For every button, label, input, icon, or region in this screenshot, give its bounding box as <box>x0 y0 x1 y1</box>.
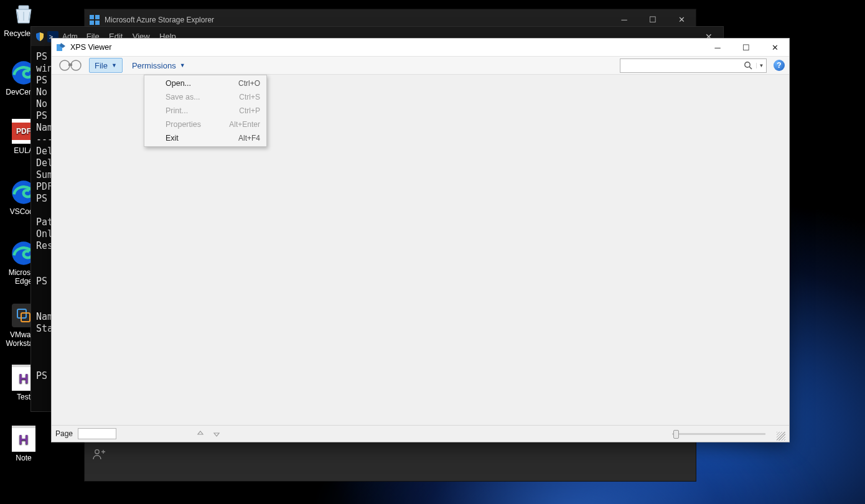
xps-minimize-button[interactable]: ─ <box>703 39 732 57</box>
svg-rect-7 <box>95 15 100 19</box>
search-input[interactable] <box>620 61 740 70</box>
shield-icon <box>35 32 45 42</box>
menu-item-shortcut: Ctrl+O <box>238 79 260 88</box>
svg-rect-8 <box>90 21 94 25</box>
xps-status-bar: Page <box>52 425 789 442</box>
desktop-icon-label: Note <box>16 454 31 462</box>
menu-item-label: Properties <box>166 120 201 129</box>
svg-point-14 <box>745 62 750 67</box>
permissions-menu-label: Permissions <box>132 61 176 70</box>
search-icon[interactable] <box>740 61 756 70</box>
menu-item-save-as: Save as... Ctrl+S <box>144 90 266 104</box>
zoom-slider-thumb[interactable] <box>673 430 679 439</box>
resize-grip[interactable] <box>777 432 785 441</box>
h-file-icon: H <box>11 426 37 452</box>
page-number-input[interactable] <box>78 428 116 439</box>
azure-app-icon <box>90 15 100 25</box>
menu-item-label: Print... <box>166 106 188 115</box>
xps-app-icon <box>55 42 67 53</box>
xps-viewer-window[interactable]: XPS Viewer ─ ☐ ✕ File ▼ Permissions ▼ ▼ … <box>51 38 790 442</box>
azure-title-text: Microsoft Azure Storage Explorer <box>105 16 214 24</box>
search-options-dropdown[interactable]: ▼ <box>756 63 766 68</box>
menu-item-open[interactable]: Open... Ctrl+O <box>144 77 266 90</box>
zoom-slider-track <box>672 433 765 435</box>
desktop-icon-note[interactable]: H Note <box>1 426 46 462</box>
svg-point-11 <box>60 60 70 70</box>
help-icon: ? <box>774 60 785 71</box>
menu-item-label: Save as... <box>166 93 200 101</box>
svg-point-10 <box>95 450 98 454</box>
file-dropdown-menu: Open... Ctrl+O Save as... Ctrl+S Print..… <box>144 75 267 147</box>
menu-item-print: Print... Ctrl+P <box>144 104 266 118</box>
svg-rect-6 <box>90 15 94 19</box>
permissions-menu-button[interactable]: Permissions ▼ <box>126 58 191 73</box>
xps-maximize-button[interactable]: ☐ <box>732 39 760 57</box>
menu-item-shortcut: Ctrl+S <box>239 93 260 101</box>
svg-line-15 <box>749 67 752 69</box>
page-label: Page <box>55 429 73 438</box>
menu-item-shortcut: Alt+Enter <box>229 120 260 129</box>
azure-account-icon[interactable] <box>85 439 113 470</box>
binoculars-icon[interactable] <box>54 58 86 72</box>
svg-rect-0 <box>19 6 29 9</box>
xps-toolbar: File ▼ Permissions ▼ ▼ ? <box>52 57 789 75</box>
menu-item-exit[interactable]: Exit Alt+F4 <box>144 131 266 145</box>
xps-close-button[interactable]: ✕ <box>760 39 789 57</box>
search-box[interactable]: ▼ <box>620 58 767 73</box>
desktop-icon-label: Test <box>17 393 30 401</box>
menu-item-properties: Properties Alt+Enter <box>144 118 266 131</box>
page-down-button[interactable] <box>211 428 222 439</box>
menu-item-shortcut: Ctrl+P <box>239 106 260 115</box>
file-menu-button[interactable]: File ▼ <box>89 58 123 73</box>
chevron-down-icon: ▼ <box>180 62 185 68</box>
recycle-bin-icon <box>11 1 37 27</box>
menu-item-label: Open... <box>166 79 191 88</box>
svg-point-12 <box>71 60 81 70</box>
svg-rect-13 <box>68 63 72 66</box>
menu-item-label: Exit <box>166 134 179 142</box>
help-button[interactable]: ? <box>772 58 787 73</box>
xps-title-text: XPS Viewer <box>70 43 111 52</box>
file-menu-label: File <box>95 61 108 70</box>
menu-item-shortcut: Alt+F4 <box>238 134 260 142</box>
zoom-slider[interactable] <box>672 428 765 439</box>
svg-rect-9 <box>95 21 100 25</box>
page-up-button[interactable] <box>195 428 206 439</box>
xps-title-bar[interactable]: XPS Viewer ─ ☐ ✕ <box>52 39 789 57</box>
chevron-down-icon: ▼ <box>111 62 117 68</box>
